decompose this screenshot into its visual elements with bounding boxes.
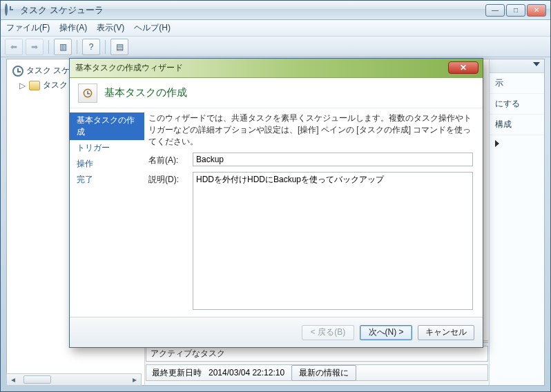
maximize-button[interactable]: □	[506, 4, 525, 17]
step-action[interactable]: 操作	[70, 156, 144, 172]
tree-horizontal-scrollbar[interactable]: ◂ ▸	[6, 373, 142, 386]
tree-child-label: タスク	[43, 79, 68, 91]
separator	[77, 40, 77, 54]
scope-pane-button[interactable]: ▥	[54, 39, 72, 55]
dialog-title: 基本タスクの作成ウィザード	[75, 62, 477, 74]
wizard-steps: 基本タスクの作成 トリガー 操作 完了	[70, 108, 144, 317]
scroll-right-button[interactable]: ▸	[128, 374, 141, 385]
menu-action[interactable]: 操作(A)	[59, 22, 87, 34]
window-buttons: — □ ✕	[485, 4, 546, 17]
next-button[interactable]: 次へ(N) >	[360, 325, 412, 340]
cancel-button[interactable]: キャンセル	[418, 325, 474, 340]
task-name-input[interactable]	[193, 153, 473, 166]
expand-icon[interactable]: ▷	[19, 81, 26, 90]
action-entry[interactable]: 示	[490, 73, 544, 94]
wizard-intro-text: このウィザードでは、共通タスクを素早くスケジュールします。複数のタスク操作やトリ…	[148, 112, 473, 147]
dialog-titlebar[interactable]: 基本タスクの作成ウィザード ✕	[70, 59, 483, 78]
minimize-button[interactable]: —	[485, 4, 505, 17]
action-entry[interactable]: 構成	[490, 115, 544, 135]
separator	[105, 40, 106, 54]
scroll-left-button[interactable]: ◂	[7, 374, 19, 385]
menu-view[interactable]: 表示(V)	[97, 22, 124, 34]
refresh-button[interactable]: 最新の情報に	[291, 365, 356, 381]
forward-button: ➡	[26, 39, 44, 55]
menu-help[interactable]: ヘルプ(H)	[134, 22, 171, 34]
toolbar: ⬅ ➡ ▥ ? ▤	[1, 37, 550, 57]
step-finish[interactable]: 完了	[70, 172, 144, 188]
step-create-basic-task[interactable]: 基本タスクの作成	[70, 112, 144, 140]
menu-file[interactable]: ファイル(F)	[6, 22, 50, 34]
separator	[48, 40, 49, 54]
description-label: 説明(D):	[148, 172, 188, 186]
create-basic-task-wizard: 基本タスクの作成ウィザード ✕ 基本タスクの作成 基本タスクの作成 トリガー 操…	[69, 58, 483, 348]
actions-pane-header[interactable]	[490, 59, 544, 73]
tree-root-label: タスク スケ	[26, 65, 70, 77]
task-description-input[interactable]: HDDを外付けHDDにBackupを使ってバックアップ	[193, 172, 473, 310]
name-label: 名前(A):	[148, 153, 188, 166]
close-button[interactable]: ✕	[527, 4, 546, 17]
folder-icon	[29, 81, 40, 90]
last-update-time: 2014/03/04 22:12:10	[209, 368, 284, 378]
dialog-footer: < 戻る(B) 次へ(N) > キャンセル	[70, 317, 483, 347]
dialog-body: 基本タスクの作成 トリガー 操作 完了 このウィザードでは、共通タスクを素早くス…	[70, 108, 483, 317]
main-titlebar[interactable]: タスク スケジューラ — □ ✕	[1, 1, 550, 20]
action-entry[interactable]: にする	[490, 94, 544, 115]
actions-pane: 示 にする 構成	[489, 59, 544, 385]
arrow-right-icon	[495, 140, 499, 147]
dialog-heading: 基本タスクの作成	[104, 86, 187, 99]
back-button: ⬅	[5, 39, 23, 55]
status-bar: 最終更新日時 2014/03/04 22:12:10 最新の情報に	[146, 364, 488, 381]
last-update-label: 最終更新日時	[152, 367, 202, 379]
help-button[interactable]: ?	[82, 39, 100, 55]
dropdown-icon	[533, 62, 540, 66]
back-button: < 戻る(B)	[302, 325, 354, 340]
action-expand[interactable]	[490, 135, 544, 153]
name-row: 名前(A):	[148, 153, 473, 166]
wizard-form: このウィザードでは、共通タスクを素早くスケジュールします。複数のタスク操作やトリ…	[144, 108, 483, 317]
description-row: 説明(D): HDDを外付けHDDにBackupを使ってバックアップ	[148, 172, 473, 310]
main-title: タスク スケジューラ	[20, 4, 485, 17]
menubar: ファイル(F) 操作(A) 表示(V) ヘルプ(H)	[1, 20, 550, 37]
dialog-close-button[interactable]: ✕	[448, 61, 478, 74]
active-tasks-row[interactable]: アクティブなタスク	[146, 346, 488, 362]
scroll-thumb[interactable]	[23, 375, 51, 384]
actions-pane-button[interactable]: ▤	[110, 39, 128, 55]
dialog-header: 基本タスクの作成	[70, 78, 483, 108]
step-trigger[interactable]: トリガー	[70, 140, 144, 156]
app-icon	[5, 5, 16, 16]
scheduler-icon	[12, 66, 23, 77]
wizard-icon	[78, 84, 97, 103]
